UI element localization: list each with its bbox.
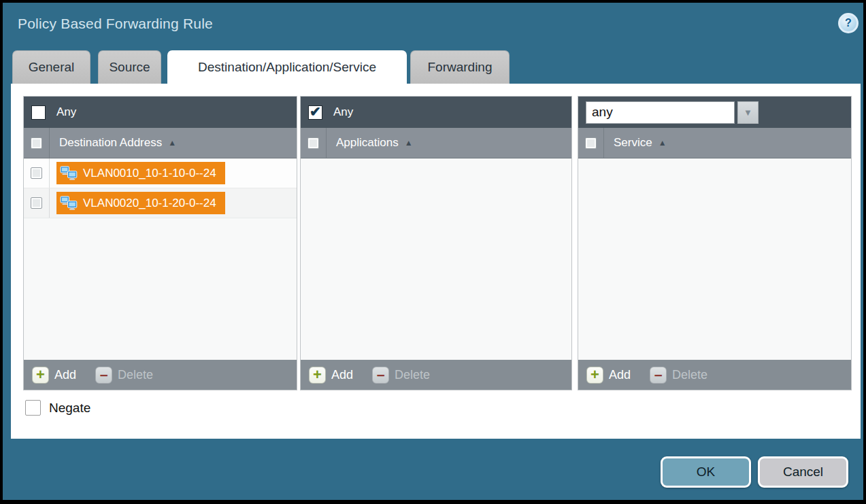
delete-label: Delete: [118, 368, 153, 382]
tab-label: Destination/Application/Service: [198, 60, 376, 75]
service-list: [578, 158, 851, 360]
row-checkbox[interactable]: [31, 167, 42, 179]
address-item[interactable]: VLAN0010_10-1-10-0--24: [56, 162, 225, 184]
sort-asc-icon: ▲: [405, 138, 413, 148]
tab-forwarding[interactable]: Forwarding: [410, 50, 510, 84]
plus-icon: +: [309, 367, 326, 384]
applications-list: [301, 158, 571, 360]
select-all-cell: [24, 128, 50, 158]
applications-panel: ✔ Any Applications ▲ + Add − Delete: [300, 96, 572, 390]
service-footer: + Add − Delete: [578, 360, 851, 390]
tab-label: General: [29, 60, 75, 75]
column-header-label: Service: [614, 136, 652, 150]
delete-button[interactable]: − Delete: [650, 367, 707, 384]
service-dropdown-button[interactable]: ▼: [737, 101, 759, 124]
select-all-cell: [578, 128, 604, 158]
help-icon[interactable]: ?: [838, 13, 859, 33]
applications-footer: + Add − Delete: [301, 360, 571, 390]
tab-destination-application-service[interactable]: Destination/Application/Service: [167, 50, 407, 84]
select-all-checkbox[interactable]: [585, 137, 597, 149]
column-header-label: Destination Address: [59, 136, 162, 150]
destination-column-header[interactable]: Destination Address ▲: [24, 128, 297, 158]
sort-asc-icon: ▲: [168, 138, 176, 148]
negate-checkbox[interactable]: [25, 400, 41, 416]
tab-label: Source: [109, 60, 150, 75]
add-label: Add: [331, 368, 353, 382]
plus-icon: +: [586, 367, 603, 384]
negate-label: Negate: [49, 401, 90, 416]
column-header-label: Applications: [336, 136, 399, 150]
cancel-button[interactable]: Cancel: [758, 456, 848, 488]
add-label: Add: [54, 368, 76, 382]
service-dropdown-bar: ▼: [578, 97, 851, 128]
minus-icon: −: [372, 367, 389, 384]
tab-source[interactable]: Source: [98, 50, 161, 84]
table-row[interactable]: VLAN0010_10-1-10-0--24: [24, 158, 297, 188]
destination-any-checkbox[interactable]: [31, 105, 46, 120]
plus-icon: +: [32, 367, 49, 384]
delete-label: Delete: [672, 368, 707, 382]
item-label: VLAN0020_10-1-20-0--24: [83, 197, 216, 210]
destination-list: VLAN0010_10-1-10-0--24: [24, 158, 297, 360]
network-icon: [60, 166, 78, 180]
tab-label: Forwarding: [427, 60, 492, 75]
ok-button[interactable]: OK: [661, 456, 751, 488]
policy-based-forwarding-dialog: Policy Based Forwarding Rule ? General S…: [3, 3, 863, 500]
any-label: Any: [333, 105, 353, 119]
screenshot-stage: Policy Based Forwarding Rule ? General S…: [0, 0, 866, 504]
select-all-checkbox[interactable]: [31, 137, 42, 149]
row-checkbox-cell: [24, 158, 50, 188]
negate-control: Negate: [25, 400, 90, 416]
row-checkbox[interactable]: [31, 197, 42, 209]
add-button[interactable]: + Add: [586, 367, 631, 384]
sort-asc-icon: ▲: [659, 138, 667, 148]
tab-general[interactable]: General: [12, 50, 90, 84]
destination-footer: + Add − Delete: [24, 360, 297, 390]
minus-icon: −: [650, 367, 667, 384]
table-row[interactable]: VLAN0020_10-1-20-0--24: [24, 188, 297, 218]
check-icon: ✔: [310, 105, 321, 118]
row-checkbox-cell: [24, 188, 50, 218]
destination-any-bar: Any: [24, 97, 297, 128]
service-column-header[interactable]: Service ▲: [578, 128, 851, 158]
delete-button[interactable]: − Delete: [372, 367, 430, 384]
delete-button[interactable]: − Delete: [95, 367, 153, 384]
select-all-checkbox[interactable]: [307, 137, 319, 149]
minus-icon: −: [95, 367, 112, 384]
add-label: Add: [609, 368, 631, 382]
any-label: Any: [56, 105, 76, 119]
applications-any-checkbox[interactable]: ✔: [308, 105, 322, 120]
address-item[interactable]: VLAN0020_10-1-20-0--24: [56, 192, 225, 214]
service-dropdown-input[interactable]: [586, 101, 735, 124]
applications-column-header[interactable]: Applications ▲: [301, 128, 571, 158]
service-panel: ▼ Service ▲ + Add − Delete: [578, 96, 852, 390]
destination-address-panel: Any Destination Address ▲: [23, 96, 297, 390]
add-button[interactable]: + Add: [32, 367, 76, 384]
item-label: VLAN0010_10-1-10-0--24: [83, 167, 216, 180]
add-button[interactable]: + Add: [309, 367, 353, 384]
network-icon: [60, 196, 78, 210]
delete-label: Delete: [395, 368, 430, 382]
window-title: Policy Based Forwarding Rule: [18, 16, 213, 32]
chevron-down-icon: ▼: [744, 107, 752, 118]
select-all-cell: [301, 128, 327, 158]
applications-any-bar: ✔ Any: [301, 97, 571, 128]
